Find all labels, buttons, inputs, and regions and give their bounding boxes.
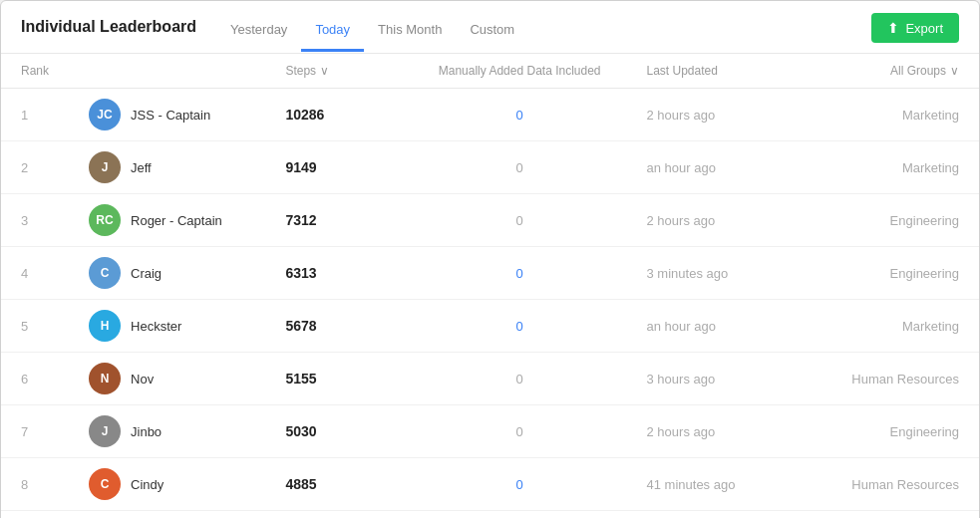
user-name: Cindy — [131, 477, 163, 492]
rank-number: 8 — [21, 477, 28, 492]
manual-value: 0 — [516, 319, 523, 334]
updated-cell: 41 minutes ago — [627, 458, 821, 511]
rank-number: 1 — [21, 108, 28, 123]
rank-number: 6 — [21, 372, 28, 387]
name-cell: J Jinbo — [69, 405, 265, 458]
avatar: N — [89, 363, 121, 394]
manual-cell: 0 — [413, 247, 627, 300]
updated-value: 3 minutes ago — [647, 266, 729, 281]
updated-value: an hour ago — [647, 160, 716, 175]
rank-cell: 8 — [1, 458, 69, 511]
updated-cell: an hour ago — [627, 300, 821, 353]
steps-cell: 9149 — [265, 141, 412, 194]
rank-cell: 9 — [1, 511, 69, 519]
rank-number: 5 — [21, 319, 28, 334]
steps-cell: 4668 — [265, 511, 412, 519]
name-cell: C Cindy — [69, 458, 265, 511]
table-row: 8 C Cindy 4885041 minutes agoHuman Resou… — [1, 458, 979, 511]
tab-this-month[interactable]: This Month — [364, 14, 456, 52]
manual-cell: 0 — [413, 89, 627, 141]
steps-cell: 5678 — [265, 300, 412, 353]
col-rank-header: Rank — [1, 54, 69, 89]
col-steps-header[interactable]: Steps ∨ — [265, 54, 412, 89]
group-value: Engineering — [890, 213, 959, 228]
table-row: 9 T Tiny 466803 hours agoSales — [1, 511, 979, 519]
col-group-header[interactable]: All Groups ∨ — [821, 54, 979, 89]
steps-cell: 10286 — [265, 89, 412, 141]
table-row: 2 J Jeff 91490an hour agoMarketing — [1, 141, 979, 194]
updated-value: 2 hours ago — [647, 213, 716, 228]
name-cell: JC JSS - Captain — [69, 89, 265, 141]
table-header-row: Rank Steps ∨ Manually Added Data Include… — [1, 54, 979, 89]
group-value: Human Resources — [851, 372, 959, 387]
avatar: RC — [89, 204, 121, 236]
rank-number: 7 — [21, 424, 28, 439]
table-row: 1 JC JSS - Captain 1028602 hours agoMark… — [1, 89, 979, 141]
rank-cell: 7 — [1, 405, 69, 458]
rank-cell: 3 — [1, 194, 69, 247]
tab-yesterday[interactable]: Yesterday — [216, 14, 301, 52]
group-cell: Marketing — [821, 89, 979, 141]
steps-value: 6313 — [285, 265, 316, 281]
name-cell: T Tiny — [69, 511, 265, 519]
updated-value: 41 minutes ago — [647, 477, 736, 492]
export-button[interactable]: ⬆ Export — [871, 13, 959, 43]
avatar: JC — [89, 99, 121, 130]
table-row: 3 RC Roger - Captain 731202 hours agoEng… — [1, 194, 979, 247]
steps-cell: 5030 — [265, 405, 412, 458]
user-name: JSS - Captain — [131, 108, 210, 123]
rank-cell: 6 — [1, 353, 69, 405]
group-cell: Engineering — [821, 405, 979, 458]
table-container: Rank Steps ∨ Manually Added Data Include… — [1, 54, 979, 518]
avatar: J — [89, 151, 121, 183]
user-name: Heckster — [131, 319, 181, 334]
name-cell: C Craig — [69, 247, 265, 300]
user-name: Nov — [131, 372, 154, 387]
rank-cell: 1 — [1, 89, 69, 141]
manual-cell: 0 — [413, 458, 627, 511]
user-name: Craig — [131, 266, 162, 281]
name-cell: RC Roger - Captain — [69, 194, 265, 247]
updated-cell: 3 minutes ago — [627, 247, 821, 300]
name-cell: J Jeff — [69, 141, 265, 194]
manual-value: 0 — [516, 424, 523, 439]
group-cell: Human Resources — [821, 458, 979, 511]
avatar: H — [89, 310, 121, 342]
name-cell: H Heckster — [69, 300, 265, 353]
group-value: Marketing — [902, 160, 959, 175]
header: Individual Leaderboard Yesterday Today T… — [1, 1, 979, 54]
name-cell: N Nov — [69, 353, 265, 405]
steps-cell: 4885 — [265, 458, 412, 511]
manual-cell: 0 — [413, 511, 627, 519]
group-cell: Engineering — [821, 194, 979, 247]
rank-cell: 2 — [1, 141, 69, 194]
manual-cell: 0 — [413, 194, 627, 247]
col-updated-header: Last Updated — [627, 54, 821, 89]
manual-value: 0 — [516, 160, 523, 175]
tab-custom[interactable]: Custom — [456, 14, 528, 52]
manual-value: 0 — [516, 213, 523, 228]
steps-value: 9149 — [285, 159, 316, 175]
steps-cell: 5155 — [265, 353, 412, 405]
user-name: Jinbo — [131, 424, 162, 439]
group-value: Engineering — [890, 266, 959, 281]
steps-cell: 6313 — [265, 247, 412, 300]
updated-value: 2 hours ago — [647, 108, 716, 123]
updated-cell: 3 hours ago — [627, 353, 821, 405]
leaderboard-table: Rank Steps ∨ Manually Added Data Include… — [1, 54, 979, 518]
col-manual-header: Manually Added Data Included — [413, 54, 627, 89]
steps-value: 10286 — [285, 107, 324, 123]
rank-number: 3 — [21, 213, 28, 228]
rank-number: 2 — [21, 160, 28, 175]
tab-today[interactable]: Today — [301, 14, 364, 52]
manual-value: 0 — [516, 477, 523, 492]
updated-cell: 2 hours ago — [627, 89, 821, 141]
tabs: Yesterday Today This Month Custom — [216, 14, 851, 52]
table-row: 4 C Craig 631303 minutes agoEngineering — [1, 247, 979, 300]
manual-value: 0 — [516, 266, 523, 281]
manual-cell: 0 — [413, 300, 627, 353]
updated-cell: 2 hours ago — [627, 194, 821, 247]
export-icon: ⬆ — [887, 20, 899, 36]
avatar: J — [89, 415, 121, 447]
updated-value: an hour ago — [647, 319, 716, 334]
